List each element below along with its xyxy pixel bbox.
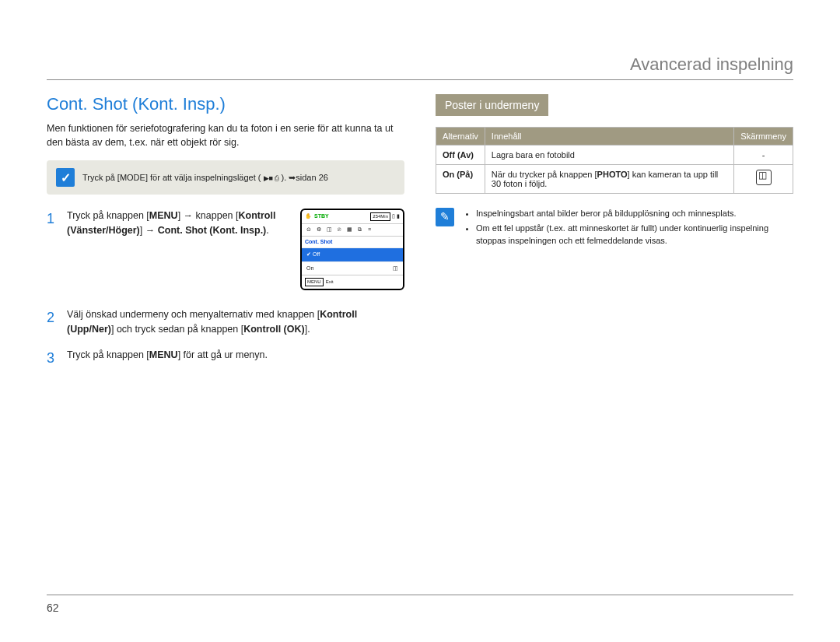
section-title: Cont. Shot (Kont. Insp.): [47, 94, 404, 114]
step-number: 2: [47, 307, 58, 337]
page-ref: ➥sidan 26: [289, 173, 328, 182]
cont-shot-row-icon: ◫: [393, 265, 398, 273]
time-remaining: 254Min: [370, 212, 390, 221]
info-list: Inspelningsbart antal bilder beror på bi…: [464, 208, 793, 250]
lcd-row-off: ✔ Off: [302, 247, 403, 261]
stby-label: STBY: [314, 212, 329, 221]
battery-icon: ▮: [397, 212, 400, 221]
lcd-tab-icons: ⊙⚙◫⎚▦⧉≡: [302, 224, 403, 237]
breadcrumb: Avancerad inspelning: [630, 54, 793, 74]
card-icon: ▯: [392, 212, 395, 221]
hand-icon: ✋: [305, 212, 312, 221]
info-note: ✎ Inspelningsbart antal bilder beror på …: [436, 208, 793, 250]
steps-list: 1 ✋STBY 254Min ▯ ▮: [47, 209, 404, 369]
video-photo-icon: ▶■ ⎙: [264, 174, 279, 182]
list-item: Inspelningsbart antal bilder beror på bi…: [476, 208, 793, 219]
step-number: 1: [47, 209, 58, 296]
step-2: 2 Välj önskad undermeny och menyalternat…: [47, 307, 404, 337]
th-skarmmeny: Skärmmeny: [734, 128, 793, 146]
footer-rule: [47, 595, 793, 595]
note-text: Tryck på [MODE] för att välja inspelning…: [82, 173, 328, 183]
lcd-exit-row: MENU Exit: [302, 275, 403, 289]
pencil-icon: ✎: [436, 208, 454, 226]
left-column: Cont. Shot (Kont. Insp.) Men funktionen …: [47, 94, 404, 380]
lcd-screenshot: ✋STBY 254Min ▯ ▮ ⊙⚙◫⎚▦⧉≡: [300, 209, 404, 290]
intro-paragraph: Men funktionen för seriefotografering ka…: [47, 122, 404, 149]
right-column: Poster i undermeny Alternativ Innehåll S…: [436, 94, 793, 380]
step-1: 1 ✋STBY 254Min ▯ ▮: [47, 209, 404, 296]
th-alternativ: Alternativ: [436, 128, 485, 146]
lcd-row-on: On ◫: [302, 261, 403, 275]
options-table: Alternativ Innehåll Skärmmeny Off (Av) L…: [436, 127, 793, 194]
mode-note: ✓ Tryck på [MODE] för att välja inspelni…: [47, 160, 404, 195]
table-row: Off (Av) Lagra bara en fotobild -: [436, 146, 793, 165]
step-number: 3: [47, 348, 58, 369]
check-icon: ✓: [56, 168, 75, 187]
cont-shot-icon: [756, 170, 772, 185]
submenu-heading: Poster i undermeny: [436, 94, 548, 116]
lcd-menu-title: Cont. Shot: [302, 237, 403, 248]
th-innehall: Innehåll: [485, 128, 733, 146]
step-3: 3 Tryck på knappen [MENU] för att gå ur …: [47, 348, 404, 369]
page-header: Avancerad inspelning: [47, 54, 793, 80]
list-item: Om ett fel uppstår (t.ex. att minneskort…: [476, 223, 793, 247]
table-row: On (På) När du trycker på knappen [PHOTO…: [436, 165, 793, 194]
page-number: 62: [47, 602, 59, 614]
